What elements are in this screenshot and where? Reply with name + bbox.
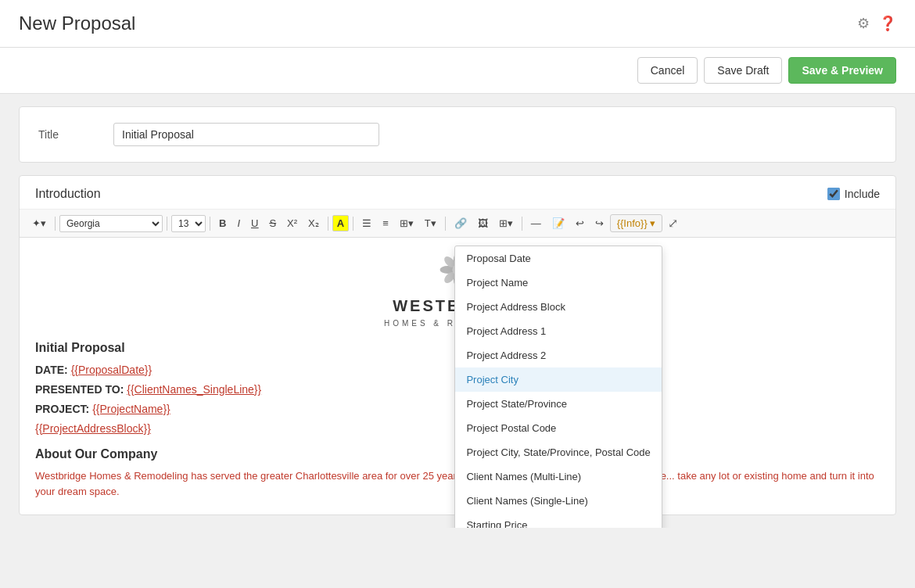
bullet-list-btn[interactable]: ☰ [357,215,376,231]
date-var[interactable]: {{ProposalDate}} [71,364,152,376]
editor-toolbar: ✦▾ Georgia Arial Times New Roman 13 10 1… [20,210,895,238]
font-size-select[interactable]: 13 10 12 14 16 18 [171,215,206,232]
title-row: Title [38,123,877,146]
presented-label: PRESENTED TO: [35,383,124,396]
sep-6 [445,217,446,231]
header-icons: ⚙ ❓ [857,15,896,32]
info-dropdown-area: {{Info}} ▾ Proposal Date Project Name Pr… [610,214,662,232]
save-draft-button[interactable]: Save Draft [704,57,782,84]
sep-5 [353,217,353,231]
text-style-btn[interactable]: T▾ [420,215,441,231]
hr-btn[interactable]: — [526,215,546,231]
sep-7 [522,217,522,231]
dropdown-item-proposal-date[interactable]: Proposal Date [455,246,661,271]
strikethrough-btn[interactable]: S [264,215,281,231]
include-label: Include [845,188,880,200]
action-toolbar: Cancel Save Draft Save & Preview [0,48,915,94]
info-dropdown-arrow: ▾ [650,217,655,229]
include-checkbox[interactable] [827,188,840,200]
introduction-card: Introduction Include ✦▾ Georgia Arial Ti… [19,175,896,515]
title-label: Title [38,128,101,141]
bold-btn[interactable]: B [214,215,231,231]
help-icon[interactable]: ❓ [879,15,896,32]
highlight-btn[interactable]: A [332,215,349,231]
dropdown-item-project-address-2[interactable]: Project Address 2 [455,343,661,368]
dropdown-item-project-address-1[interactable]: Project Address 1 [455,319,661,343]
expand-editor-btn[interactable]: ⤢ [664,214,682,232]
presented-var[interactable]: {{ClientNames_SingleLine}} [127,383,261,396]
dropdown-item-project-address-block[interactable]: Project Address Block [455,295,661,319]
magic-btn[interactable]: ✦▾ [27,215,51,231]
italic-btn[interactable]: I [232,215,245,231]
title-card: Title [19,106,896,163]
cancel-button[interactable]: Cancel [637,57,698,84]
dropdown-item-project-name[interactable]: Project Name [455,271,661,295]
info-dropdown-menu: Proposal Date Project Name Project Addre… [454,246,662,528]
include-row: Include [827,188,880,200]
info-dropdown-btn[interactable]: {{Info}} ▾ [610,214,662,232]
settings-icon[interactable]: ⚙ [857,15,870,32]
source-btn[interactable]: 📝 [547,215,569,231]
undo-btn[interactable]: ↩ [571,215,589,231]
redo-btn[interactable]: ↪ [590,215,608,231]
save-preview-button[interactable]: Save & Preview [788,57,896,84]
intro-header: Introduction Include [20,176,895,210]
image-btn[interactable]: 🖼 [473,215,493,231]
address-var[interactable]: {{ProjectAddressBlock}} [35,422,151,435]
content-area: Title Introduction Include ✦▾ Georgia Ar… [0,94,915,528]
subscript-btn[interactable]: X₂ [303,215,324,231]
sep-1 [55,217,56,231]
table-btn[interactable]: ⊞▾ [494,215,518,231]
align-btn[interactable]: ⊞▾ [395,215,418,231]
font-family-select[interactable]: Georgia Arial Times New Roman [59,215,163,232]
dropdown-item-project-postal[interactable]: Project Postal Code [455,416,661,440]
dropdown-item-client-names-single[interactable]: Client Names (Single-Line) [455,489,661,513]
dropdown-item-client-names-multi[interactable]: Client Names (Multi-Line) [455,464,661,489]
ordered-list-btn[interactable]: ≡ [378,215,393,231]
dropdown-item-project-city[interactable]: Project City [455,368,661,392]
page-title: New Proposal [19,13,135,34]
page-header: New Proposal ⚙ ❓ [0,0,915,48]
underline-btn[interactable]: U [246,215,263,231]
date-label: DATE: [35,364,68,376]
link-btn[interactable]: 🔗 [450,215,472,231]
title-input[interactable] [113,123,379,146]
sep-2 [167,217,167,231]
superscript-btn[interactable]: X² [282,215,302,231]
sep-3 [210,217,210,231]
dropdown-item-project-state[interactable]: Project State/Province [455,392,661,416]
intro-section-title: Introduction [35,187,101,201]
dropdown-item-starting-price[interactable]: Starting Price [455,513,661,528]
dropdown-item-project-city-state-postal[interactable]: Project City, State/Province, Postal Cod… [455,440,661,464]
project-var[interactable]: {{ProjectName}} [92,403,170,415]
project-label: PROJECT: [35,403,89,415]
info-btn-label: {{Info}} [617,217,648,229]
sep-4 [328,217,328,231]
